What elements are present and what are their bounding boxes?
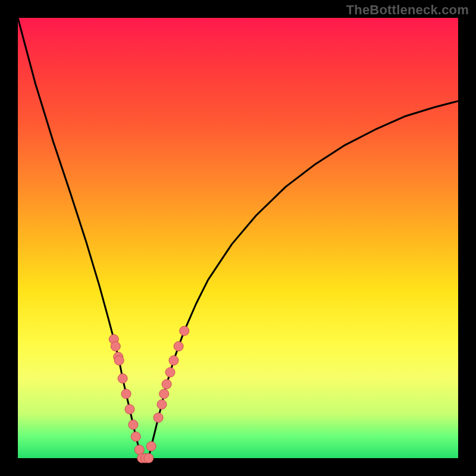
data-marker: [162, 380, 171, 389]
data-marker: [174, 342, 183, 351]
data-marker: [159, 389, 169, 399]
data-marker: [134, 445, 144, 455]
watermark-text: TheBottleneck.com: [346, 2, 469, 18]
data-marker: [114, 356, 124, 365]
data-marker: [118, 374, 127, 383]
data-marker: [121, 389, 131, 399]
data-marker: [180, 326, 189, 336]
data-marker: [125, 405, 134, 414]
data-markers-group: [109, 326, 189, 463]
data-marker: [129, 420, 138, 430]
chart-frame: TheBottleneck.com: [0, 0, 476, 476]
data-marker: [154, 413, 163, 422]
data-marker: [165, 368, 175, 377]
data-marker: [131, 432, 140, 441]
data-marker: [146, 441, 156, 451]
data-marker: [169, 356, 178, 365]
data-marker: [111, 342, 120, 351]
data-marker: [144, 453, 154, 463]
chart-overlay: [18, 18, 458, 458]
data-marker: [157, 400, 167, 409]
bottleneck-curve-right: [149, 101, 458, 458]
